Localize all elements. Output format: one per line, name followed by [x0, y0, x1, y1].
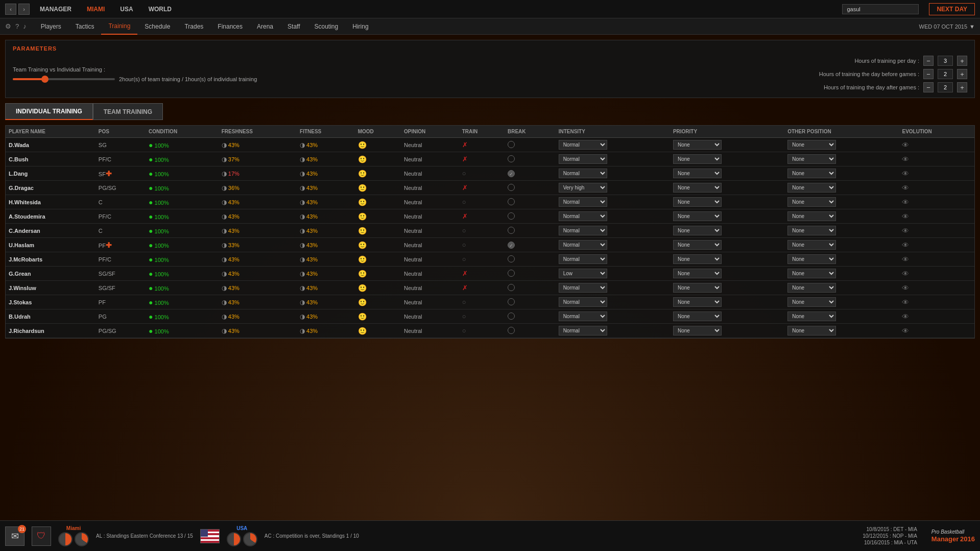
- intensity-select[interactable]: NormalLowHighVery highVery low: [559, 254, 607, 264]
- slider-track[interactable]: [13, 78, 115, 80]
- intensity-select[interactable]: NormalLowHighVery highVery low: [559, 326, 607, 336]
- nav-manager[interactable]: MANAGER: [40, 6, 71, 13]
- tab-scouting[interactable]: Scouting: [307, 18, 346, 35]
- player-name[interactable]: U.Haslam: [9, 242, 34, 248]
- intensity-select[interactable]: NormalLowHighVery highVery low: [559, 197, 607, 207]
- priority-select[interactable]: NoneShootingDefenseFitnessPassing: [673, 254, 722, 264]
- train-cell[interactable]: ✗: [459, 267, 505, 281]
- player-name[interactable]: C.Bush: [9, 156, 29, 162]
- intensity-select[interactable]: NormalLowHighVery highVery low: [559, 169, 607, 178]
- train-cell[interactable]: ✗: [459, 281, 505, 295]
- train-cell[interactable]: ○: [459, 295, 505, 309]
- player-name[interactable]: J.Winsluw: [9, 285, 36, 291]
- break-cell[interactable]: [505, 281, 556, 295]
- eye-icon[interactable]: 👁: [902, 270, 909, 278]
- priority-select[interactable]: NoneShootingDefenseFitnessPassing: [673, 211, 722, 221]
- priority-select[interactable]: NoneShootingDefenseFitnessPassing: [673, 297, 722, 307]
- train-cell[interactable]: ✗: [459, 152, 505, 166]
- nav-usa[interactable]: USA: [120, 6, 133, 13]
- tab-schedule[interactable]: Schedule: [137, 18, 177, 35]
- break-cell[interactable]: ✓: [505, 166, 556, 181]
- search-input[interactable]: [842, 4, 919, 14]
- break-cell[interactable]: [505, 138, 556, 152]
- intensity-select[interactable]: NormalLowHighVery highVery low: [559, 154, 607, 164]
- train-cell[interactable]: ○: [459, 238, 505, 252]
- intensity-select[interactable]: NormalLowHighVery highVery low: [559, 283, 607, 293]
- eye-icon[interactable]: 👁: [902, 155, 909, 163]
- priority-select[interactable]: NoneShootingDefenseFitnessPassing: [673, 169, 722, 178]
- hours-after-decrease[interactable]: −: [923, 82, 934, 92]
- priority-select[interactable]: NoneShootingDefenseFitnessPassing: [673, 240, 722, 250]
- player-name[interactable]: H.Whitesida: [9, 199, 41, 205]
- intensity-select[interactable]: NormalLowHighVery highVery low: [559, 297, 607, 307]
- eye-icon[interactable]: 👁: [902, 327, 909, 335]
- eye-icon[interactable]: 👁: [902, 184, 909, 192]
- intensity-select[interactable]: NormalLowHighVery highVery low: [559, 226, 607, 235]
- eye-icon[interactable]: 👁: [902, 298, 909, 306]
- player-name[interactable]: J.Richardsun: [9, 328, 44, 334]
- intensity-select[interactable]: NormalLowHighVery highVery low: [559, 240, 607, 250]
- priority-select[interactable]: NoneShootingDefenseFitnessPassing: [673, 226, 722, 235]
- break-cell[interactable]: [505, 295, 556, 309]
- intensity-select[interactable]: NormalLowHighVery highVery low: [559, 183, 607, 193]
- nav-miami[interactable]: MIAMI: [87, 6, 105, 13]
- mail-button[interactable]: ✉ 21: [5, 526, 25, 546]
- priority-select[interactable]: NoneShootingDefenseFitnessPassing: [673, 140, 722, 150]
- player-name[interactable]: J.McRobarts: [9, 256, 42, 262]
- break-cell[interactable]: ✓: [505, 238, 556, 252]
- train-cell[interactable]: ○: [459, 166, 505, 181]
- tab-hiring[interactable]: Hiring: [345, 18, 375, 35]
- priority-select[interactable]: NoneShootingDefenseFitnessPassing: [673, 154, 722, 164]
- train-cell[interactable]: ✗: [459, 209, 505, 224]
- individual-training-tab[interactable]: INDIVIDUAL TRAINING: [5, 103, 93, 120]
- intensity-select[interactable]: NormalLowHighVery highVery low: [559, 269, 607, 278]
- break-cell[interactable]: [505, 152, 556, 166]
- hours-per-day-decrease[interactable]: −: [923, 56, 934, 66]
- priority-select[interactable]: NoneShootingDefenseFitnessPassing: [673, 269, 722, 278]
- break-cell[interactable]: [505, 267, 556, 281]
- priority-select[interactable]: NoneShootingDefenseFitnessPassing: [673, 312, 722, 321]
- player-name[interactable]: L.Dang: [9, 171, 28, 177]
- break-cell[interactable]: [505, 209, 556, 224]
- other-pos-select[interactable]: NonePGSGSFPFC: [787, 197, 836, 207]
- train-cell[interactable]: ○: [459, 224, 505, 238]
- nav-forward-button[interactable]: ›: [18, 4, 30, 15]
- player-name[interactable]: A.Stoudemira: [9, 213, 45, 220]
- eye-icon[interactable]: 👁: [902, 255, 909, 263]
- player-name[interactable]: G.Dragac: [9, 185, 34, 191]
- player-name[interactable]: J.Stokas: [9, 299, 32, 305]
- player-name[interactable]: C.Andersan: [9, 228, 40, 234]
- other-pos-select[interactable]: NonePGSGSFPFC: [787, 211, 836, 221]
- priority-select[interactable]: NoneShootingDefenseFitnessPassing: [673, 183, 722, 193]
- eye-icon[interactable]: 👁: [902, 198, 909, 206]
- player-name[interactable]: B.Udrah: [9, 314, 31, 320]
- other-pos-select[interactable]: NonePGSGSFPFC: [787, 140, 836, 150]
- help-icon[interactable]: ?: [15, 22, 19, 30]
- hours-before-increase[interactable]: +: [957, 69, 967, 79]
- training-table-container[interactable]: PLAYER NAME POS CONDITION FRESHNESS FITN…: [5, 125, 975, 339]
- hours-per-day-increase[interactable]: +: [957, 56, 967, 66]
- settings-icon[interactable]: ⚙: [5, 22, 11, 30]
- shield-icon[interactable]: 🛡: [32, 526, 51, 546]
- train-cell[interactable]: ○: [459, 195, 505, 209]
- train-cell[interactable]: ✗: [459, 181, 505, 195]
- other-pos-select[interactable]: NonePGSGSFPFC: [787, 254, 836, 264]
- break-cell[interactable]: [505, 181, 556, 195]
- eye-icon[interactable]: 👁: [902, 141, 909, 149]
- priority-select[interactable]: NoneShootingDefenseFitnessPassing: [673, 197, 722, 207]
- break-cell[interactable]: [505, 195, 556, 209]
- eye-icon[interactable]: 👁: [902, 284, 909, 292]
- break-cell[interactable]: [505, 224, 556, 238]
- eye-icon[interactable]: 👁: [902, 241, 909, 249]
- other-pos-select[interactable]: NonePGSGSFPFC: [787, 226, 836, 235]
- break-cell[interactable]: [505, 324, 556, 338]
- tab-finances[interactable]: Finances: [210, 18, 250, 35]
- tab-staff[interactable]: Staff: [280, 18, 307, 35]
- tab-training[interactable]: Training: [101, 18, 137, 35]
- eye-icon[interactable]: 👁: [902, 212, 909, 221]
- other-pos-select[interactable]: NonePGSGSFPFC: [787, 240, 836, 250]
- train-cell[interactable]: ○: [459, 324, 505, 338]
- hours-after-increase[interactable]: +: [957, 82, 967, 92]
- break-cell[interactable]: [505, 309, 556, 324]
- tab-players[interactable]: Players: [34, 18, 68, 35]
